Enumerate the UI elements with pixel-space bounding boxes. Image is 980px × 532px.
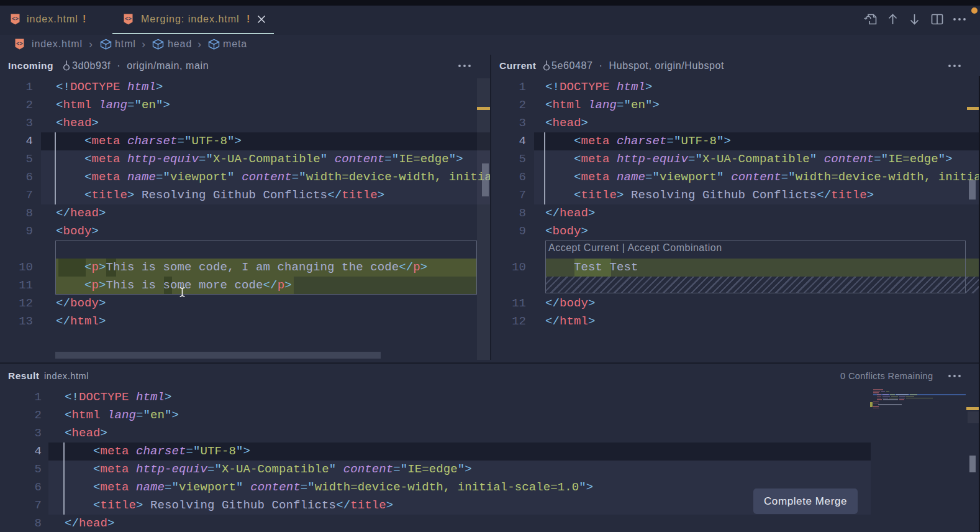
svg-text:<>: <>	[125, 16, 132, 22]
svg-text:<>: <>	[12, 16, 19, 22]
svg-text:<>: <>	[16, 41, 23, 47]
